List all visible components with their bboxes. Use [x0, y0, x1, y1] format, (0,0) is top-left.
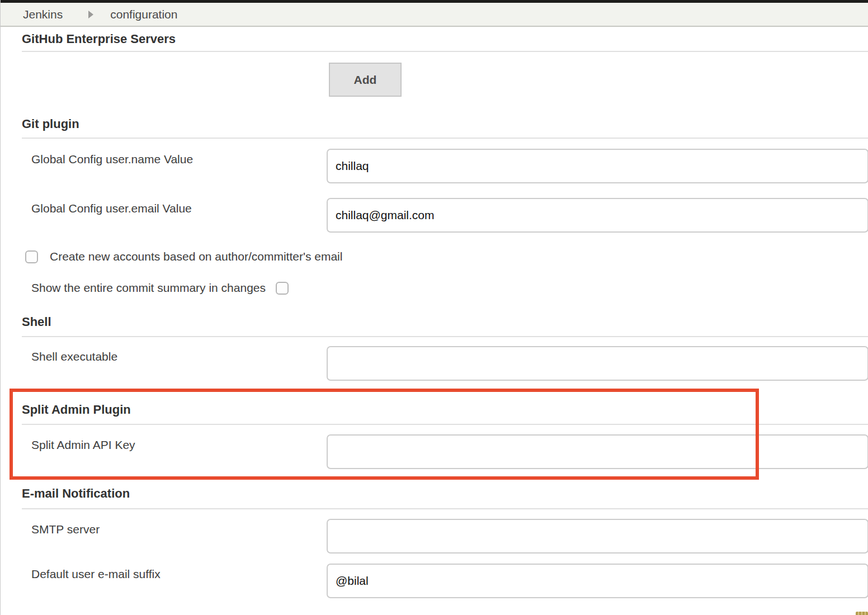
split-admin-section: Split Admin Plugin Split Admin API Key — [22, 381, 868, 469]
breadcrumb-configuration[interactable]: configuration — [110, 8, 177, 21]
show-commit-summary-label: Show the entire commit summary in change… — [31, 281, 266, 295]
create-accounts-label: Create new accounts based on author/comm… — [50, 250, 342, 263]
breadcrumb: Jenkins configuration — [1, 3, 868, 27]
create-accounts-checkbox[interactable] — [25, 250, 38, 263]
split-admin-api-key-input[interactable] — [327, 434, 868, 469]
smtp-server-input[interactable] — [327, 519, 868, 554]
form-row: Shell executable — [22, 346, 868, 381]
show-commit-summary-checkbox[interactable] — [276, 282, 289, 295]
smtp-server-label: SMTP server — [31, 519, 327, 554]
add-github-server-button[interactable]: Add — [329, 63, 402, 97]
global-config-useremail-input[interactable] — [327, 198, 868, 233]
form-row: Global Config user.name Value — [22, 149, 868, 183]
configuration-form: GitHub Enterprise Servers Add Git plugin… — [1, 32, 868, 598]
section-divider — [22, 336, 868, 337]
default-email-suffix-label: Default user e-mail suffix — [31, 564, 327, 598]
section-title-split-admin-plugin: Split Admin Plugin — [22, 403, 868, 417]
section-title-git-plugin: Git plugin — [22, 117, 868, 131]
global-config-username-label: Global Config user.name Value — [31, 149, 327, 183]
form-row: Split Admin API Key — [22, 434, 868, 469]
global-config-username-input[interactable] — [327, 149, 868, 183]
default-email-suffix-input[interactable] — [327, 564, 868, 598]
split-admin-api-key-label: Split Admin API Key — [31, 434, 327, 469]
shell-executable-input[interactable] — [327, 346, 868, 381]
checkbox-row: Show the entire commit summary in change… — [22, 281, 868, 295]
breadcrumb-jenkins-link[interactable]: Jenkins — [23, 8, 63, 21]
section-divider — [22, 51, 868, 52]
section-divider — [22, 138, 868, 139]
section-divider — [22, 508, 868, 509]
section-title-github-enterprise-servers: GitHub Enterprise Servers — [22, 32, 868, 46]
checkbox-row: Create new accounts based on author/comm… — [22, 250, 868, 263]
global-config-useremail-label: Global Config user.email Value — [31, 198, 327, 233]
form-row: Global Config user.email Value — [22, 198, 868, 233]
shell-executable-label: Shell executable — [31, 346, 327, 381]
chevron-right-icon — [88, 11, 93, 18]
cut-off-gold-element — [856, 612, 868, 615]
form-row: Default user e-mail suffix — [22, 564, 868, 598]
form-row: SMTP server — [22, 519, 868, 554]
section-title-email-notification: E-mail Notification — [22, 486, 868, 501]
section-title-shell: Shell — [22, 315, 868, 329]
section-divider — [22, 424, 868, 425]
